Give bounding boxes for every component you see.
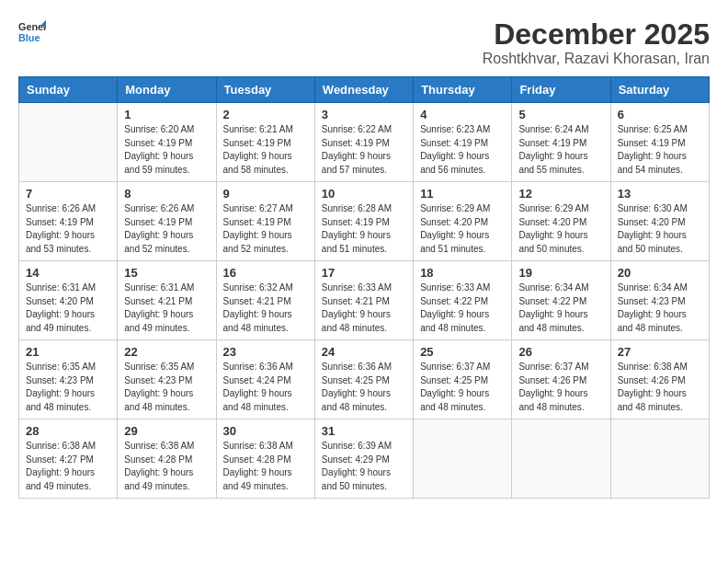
- calendar-cell: 9Sunrise: 6:27 AMSunset: 4:19 PMDaylight…: [216, 182, 314, 261]
- day-number: 21: [26, 345, 110, 359]
- logo: General Blue: [18, 18, 46, 46]
- day-number: 6: [618, 108, 702, 121]
- day-info: Sunrise: 6:30 AMSunset: 4:20 PMDaylight:…: [618, 202, 702, 256]
- day-number: 7: [26, 187, 110, 201]
- day-number: 12: [518, 187, 603, 201]
- day-info: Sunrise: 6:34 AMSunset: 4:23 PMDaylight:…: [618, 282, 702, 335]
- calendar-cell: 8Sunrise: 6:26 AMSunset: 4:19 PMDaylight…: [118, 182, 216, 261]
- calendar-week-row: 1Sunrise: 6:20 AMSunset: 4:19 PMDaylight…: [19, 103, 710, 182]
- calendar-cell: 21Sunrise: 6:35 AMSunset: 4:23 PMDayligh…: [19, 340, 118, 419]
- day-number: 15: [124, 266, 209, 280]
- day-info: Sunrise: 6:26 AMSunset: 4:19 PMDaylight:…: [124, 202, 209, 256]
- day-number: 19: [518, 266, 603, 280]
- calendar-cell: 26Sunrise: 6:37 AMSunset: 4:26 PMDayligh…: [512, 340, 610, 419]
- calendar-cell: 29Sunrise: 6:38 AMSunset: 4:28 PMDayligh…: [118, 419, 216, 499]
- day-number: 10: [322, 187, 406, 201]
- day-number: 4: [420, 108, 505, 121]
- day-number: 11: [420, 187, 505, 201]
- day-number: 27: [618, 345, 702, 359]
- day-number: 24: [322, 345, 406, 359]
- day-info: Sunrise: 6:38 AMSunset: 4:27 PMDaylight:…: [26, 440, 110, 493]
- calendar-cell: [414, 419, 512, 499]
- day-info: Sunrise: 6:33 AMSunset: 4:22 PMDaylight:…: [420, 282, 505, 335]
- calendar-cell: [512, 419, 610, 499]
- day-number: 26: [518, 345, 603, 359]
- calendar-cell: 10Sunrise: 6:28 AMSunset: 4:19 PMDayligh…: [314, 182, 413, 261]
- day-info: Sunrise: 6:31 AMSunset: 4:20 PMDaylight:…: [26, 282, 110, 335]
- day-number: 1: [124, 108, 209, 121]
- calendar-table: SundayMondayTuesdayWednesdayThursdayFrid…: [18, 76, 710, 499]
- calendar-cell: 27Sunrise: 6:38 AMSunset: 4:26 PMDayligh…: [610, 340, 709, 419]
- calendar-cell: 6Sunrise: 6:25 AMSunset: 4:19 PMDaylight…: [610, 103, 709, 182]
- calendar-cell: 31Sunrise: 6:39 AMSunset: 4:29 PMDayligh…: [314, 419, 413, 499]
- day-number: 14: [26, 266, 110, 280]
- calendar-cell: 4Sunrise: 6:23 AMSunset: 4:19 PMDaylight…: [414, 103, 512, 182]
- day-info: Sunrise: 6:35 AMSunset: 4:23 PMDaylight:…: [124, 361, 209, 414]
- day-number: 23: [223, 345, 308, 359]
- day-info: Sunrise: 6:20 AMSunset: 4:19 PMDaylight:…: [124, 123, 209, 177]
- calendar-week-row: 14Sunrise: 6:31 AMSunset: 4:20 PMDayligh…: [19, 261, 710, 340]
- subtitle: Roshtkhvar, Razavi Khorasan, Iran: [483, 51, 710, 67]
- day-info: Sunrise: 6:27 AMSunset: 4:19 PMDaylight:…: [223, 202, 308, 256]
- calendar-week-row: 7Sunrise: 6:26 AMSunset: 4:19 PMDaylight…: [19, 182, 710, 261]
- calendar-cell: 14Sunrise: 6:31 AMSunset: 4:20 PMDayligh…: [19, 261, 118, 340]
- day-info: Sunrise: 6:38 AMSunset: 4:28 PMDaylight:…: [124, 440, 209, 493]
- day-info: Sunrise: 6:23 AMSunset: 4:19 PMDaylight:…: [420, 123, 505, 177]
- title-area: December 2025 Roshtkhvar, Razavi Khorasa…: [483, 18, 710, 67]
- calendar-day-header: Monday: [118, 77, 216, 103]
- calendar-cell: 12Sunrise: 6:29 AMSunset: 4:20 PMDayligh…: [512, 182, 610, 261]
- logo-icon: General Blue: [18, 18, 46, 46]
- day-number: 25: [420, 345, 505, 359]
- calendar-cell: 17Sunrise: 6:33 AMSunset: 4:21 PMDayligh…: [314, 261, 413, 340]
- calendar-day-header: Sunday: [19, 77, 118, 103]
- day-number: 13: [618, 187, 702, 201]
- calendar-cell: 22Sunrise: 6:35 AMSunset: 4:23 PMDayligh…: [118, 340, 216, 419]
- calendar-day-header: Thursday: [414, 77, 512, 103]
- day-info: Sunrise: 6:39 AMSunset: 4:29 PMDaylight:…: [322, 440, 406, 493]
- day-info: Sunrise: 6:29 AMSunset: 4:20 PMDaylight:…: [420, 202, 505, 256]
- day-info: Sunrise: 6:28 AMSunset: 4:19 PMDaylight:…: [322, 202, 406, 256]
- svg-text:General: General: [18, 21, 46, 32]
- day-info: Sunrise: 6:32 AMSunset: 4:21 PMDaylight:…: [223, 282, 308, 335]
- day-info: Sunrise: 6:37 AMSunset: 4:26 PMDaylight:…: [518, 361, 603, 414]
- day-info: Sunrise: 6:35 AMSunset: 4:23 PMDaylight:…: [26, 361, 110, 414]
- day-info: Sunrise: 6:31 AMSunset: 4:21 PMDaylight:…: [124, 282, 209, 335]
- calendar-cell: 30Sunrise: 6:38 AMSunset: 4:28 PMDayligh…: [216, 419, 314, 499]
- day-number: 3: [322, 108, 406, 121]
- day-number: 29: [124, 424, 209, 438]
- calendar-cell: 11Sunrise: 6:29 AMSunset: 4:20 PMDayligh…: [414, 182, 512, 261]
- calendar-day-header: Tuesday: [216, 77, 314, 103]
- calendar-cell: 19Sunrise: 6:34 AMSunset: 4:22 PMDayligh…: [512, 261, 610, 340]
- day-info: Sunrise: 6:24 AMSunset: 4:19 PMDaylight:…: [518, 123, 603, 177]
- calendar-cell: [19, 103, 118, 182]
- calendar-day-header: Wednesday: [314, 77, 413, 103]
- calendar-week-row: 21Sunrise: 6:35 AMSunset: 4:23 PMDayligh…: [19, 340, 710, 419]
- calendar-cell: 23Sunrise: 6:36 AMSunset: 4:24 PMDayligh…: [216, 340, 314, 419]
- day-info: Sunrise: 6:36 AMSunset: 4:25 PMDaylight:…: [322, 361, 406, 414]
- calendar-cell: 3Sunrise: 6:22 AMSunset: 4:19 PMDaylight…: [314, 103, 413, 182]
- day-number: 22: [124, 345, 209, 359]
- day-info: Sunrise: 6:22 AMSunset: 4:19 PMDaylight:…: [322, 123, 406, 177]
- calendar-day-header: Friday: [512, 77, 610, 103]
- day-number: 18: [420, 266, 505, 280]
- calendar-cell: 18Sunrise: 6:33 AMSunset: 4:22 PMDayligh…: [414, 261, 512, 340]
- calendar-cell: 25Sunrise: 6:37 AMSunset: 4:25 PMDayligh…: [414, 340, 512, 419]
- day-info: Sunrise: 6:26 AMSunset: 4:19 PMDaylight:…: [26, 202, 110, 256]
- day-number: 16: [223, 266, 308, 280]
- day-info: Sunrise: 6:29 AMSunset: 4:20 PMDaylight:…: [518, 202, 603, 256]
- day-info: Sunrise: 6:21 AMSunset: 4:19 PMDaylight:…: [223, 123, 308, 177]
- main-title: December 2025: [483, 18, 710, 51]
- calendar-cell: 24Sunrise: 6:36 AMSunset: 4:25 PMDayligh…: [314, 340, 413, 419]
- day-info: Sunrise: 6:33 AMSunset: 4:21 PMDaylight:…: [322, 282, 406, 335]
- calendar-cell: [610, 419, 709, 499]
- day-number: 2: [223, 108, 308, 121]
- calendar-header-row: SundayMondayTuesdayWednesdayThursdayFrid…: [19, 77, 710, 103]
- day-number: 9: [223, 187, 308, 201]
- day-info: Sunrise: 6:34 AMSunset: 4:22 PMDaylight:…: [518, 282, 603, 335]
- calendar-cell: 20Sunrise: 6:34 AMSunset: 4:23 PMDayligh…: [610, 261, 709, 340]
- day-info: Sunrise: 6:25 AMSunset: 4:19 PMDaylight:…: [618, 123, 702, 177]
- day-number: 17: [322, 266, 406, 280]
- calendar-cell: 15Sunrise: 6:31 AMSunset: 4:21 PMDayligh…: [118, 261, 216, 340]
- day-info: Sunrise: 6:36 AMSunset: 4:24 PMDaylight:…: [223, 361, 308, 414]
- calendar-cell: 13Sunrise: 6:30 AMSunset: 4:20 PMDayligh…: [610, 182, 709, 261]
